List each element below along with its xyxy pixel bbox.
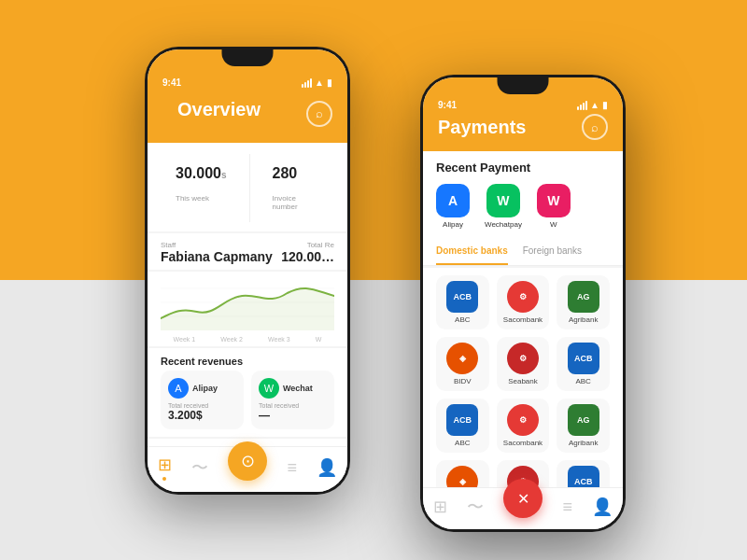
chart-week2: Week 2 [220,336,243,343]
revenue-wechat[interactable]: W Wechat Total received — [251,371,334,429]
bank-item-sacombank-1[interactable]: ⚙ Sacombank [497,275,550,329]
staff-label: Staff [161,241,176,249]
abc-bank-icon-4: ACB [568,466,599,487]
bank-item-abc-3[interactable]: ACB ABC [436,399,489,453]
bank-item-abc-4[interactable]: ACB ABC [557,460,610,487]
payments-search-icon: ⌕ [591,120,599,134]
home-icon: ⊞ [158,455,172,475]
payments-battery-icon: ▮ [602,100,608,110]
tab-foreign-banks[interactable]: Foreign banks [523,238,582,265]
wechat-name: Wechat [283,384,313,393]
alipay-icon: A [168,378,189,399]
payments-nav-profile[interactable]: 👤 [592,497,613,517]
close-icon: ✕ [517,490,529,508]
staff-section: Staff Total Re Fabiana Capmany 120.00… [148,233,347,270]
payments-nav-home[interactable]: ⊞ [433,497,447,517]
payments-status-icons: ▲ ▮ [577,100,608,110]
payments-time: 9:41 [438,100,457,110]
payments-title-row: Payments ⌕ [438,114,608,140]
search-button[interactable]: ⌕ [306,101,332,127]
bank-tabs: Domestic banks Foreign banks [423,238,623,266]
alipay-payment-icon: A [436,184,470,217]
nav-scan[interactable]: ⊙ [228,441,267,481]
overview-title: Overview [162,95,275,132]
recent-revenues-section: Recent revenues A Alipay Total received … [148,348,347,437]
payments-nav-chart[interactable]: 〜 [467,496,484,518]
payments-status-bar: 9:41 ▲ ▮ [423,98,623,110]
menu-icon: ≡ [288,458,298,478]
status-time: 9:41 [162,77,181,88]
bank-item-bidv-1[interactable]: ◈ BIDV [436,337,489,391]
agribank-icon-1: AG [568,281,599,313]
active-dot [162,477,166,481]
other-method-label: W [550,220,557,229]
battery-icon: ▮ [327,77,332,88]
chart-area: Week 1 Week 2 Week 3 W [148,272,347,346]
payments-menu-icon: ≡ [563,497,573,517]
sacombank-icon-1: ⚙ [507,281,539,313]
bank-item-agribank-2[interactable]: AG Agribank [557,399,610,453]
bank-name-abc-2: ABC [575,377,590,385]
payments-home-icon: ⊞ [433,497,447,517]
payments-nav-menu[interactable]: ≡ [563,497,573,517]
payments-title: Payments [438,117,527,138]
alipay-method-label: Alipay [443,220,463,229]
payment-method-other[interactable]: W W [537,184,571,229]
bank-name-abc-3: ABC [455,439,470,447]
staff-amount: 120.00… [281,249,334,264]
stat-invoice: 280 Invoice number [258,154,335,222]
profile-icon: 👤 [317,457,337,478]
overview-header: Overview ⌕ [148,91,347,143]
bank-name-agribank-1: Agribank [569,315,599,324]
nav-menu[interactable]: ≡ [288,458,298,478]
nav-home[interactable]: ⊞ [158,455,172,481]
nav-chart[interactable]: 〜 [191,456,208,479]
revenue-alipay-header: A Alipay [168,378,236,399]
bank-name-abc-1: ABC [455,315,470,324]
payments-close-button[interactable]: ✕ [503,479,543,518]
wechat-icon: W [259,378,279,399]
chart-week4: W [316,336,322,343]
payment-method-wechat[interactable]: W Wechatpay [485,184,522,229]
revenue-alipay[interactable]: A Alipay Total received 3.200$ [161,371,244,429]
wifi-icon: ▲ [315,77,324,88]
revenue-wechat-header: W Wechat [259,378,327,399]
payment-method-alipay[interactable]: A Alipay [436,184,470,229]
overview-phone: 9:41 ▲ ▮ Overview ⌕ [145,47,350,495]
payments-signal-icon [577,101,587,110]
bank-name-sacombank-1: Sacombank [503,315,543,324]
stat-unit: s [221,170,227,180]
bank-item-agribank-1[interactable]: AG Agribank [557,275,610,329]
bank-item-seabank-1[interactable]: ⚙ Seabank [497,337,550,391]
chart-week1: Week 1 [174,336,196,343]
nav-profile[interactable]: 👤 [317,457,337,478]
bidv-icon-1: ◈ [446,343,478,374]
bank-item-abc-1[interactable]: ACB ABC [436,275,489,329]
alipay-amount: 3.200$ [168,409,236,422]
overview-bottom-nav: ⊞ 〜 ⊙ ≡ 👤 [148,446,347,492]
payments-phone: 9:41 ▲ ▮ Payments ⌕ [420,75,626,532]
bank-item-sacombank-2[interactable]: ⚙ Sacombank [497,399,550,453]
payments-profile-icon: 👤 [592,497,613,517]
revenue-cards: A Alipay Total received 3.200$ W Wechat [148,371,347,437]
payments-chart-icon: 〜 [467,496,484,518]
scan-icon: ⊙ [241,451,255,471]
stat-amount-value: 30.000s [168,160,234,188]
seabank-icon-1: ⚙ [507,343,539,374]
wechat-amount: — [259,409,327,422]
recent-revenues-title: Recent revenues [148,348,347,371]
bank-name-agribank-2: Agribank [569,439,599,447]
payments-search-button[interactable]: ⌕ [582,114,608,140]
bank-item-bidv-2[interactable]: ◈ BIDV [436,460,489,487]
abc-bank-icon-2: ACB [568,343,599,374]
bank-item-abc-2[interactable]: ACB ABC [557,337,610,391]
search-icon: ⌕ [316,106,323,120]
stats-row: 30.000s This week 280 Invoice number [148,143,347,231]
payments-bottom-nav: ⊞ 〜 ✕ ≡ 👤 [423,487,623,529]
recent-payment-title: Recent Payment [423,151,623,180]
stat-amount-label: This week [168,189,234,208]
tab-domestic-banks[interactable]: Domestic banks [436,238,508,265]
abc-bank-icon-1: ACB [446,281,478,313]
abc-bank-icon-3: ACB [446,404,478,436]
stat-invoice-label: Invoice number [265,189,328,217]
